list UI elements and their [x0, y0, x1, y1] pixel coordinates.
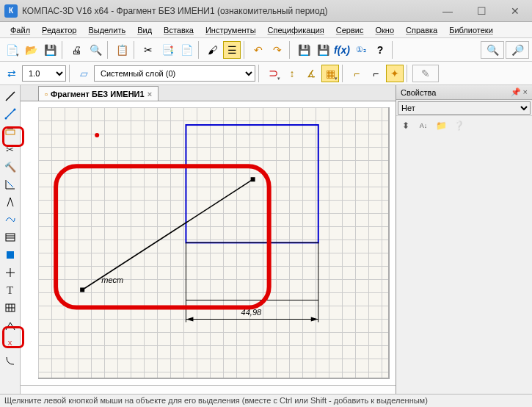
help-button[interactable]: ? [371, 41, 389, 59]
svg-point-29 [95, 133, 99, 137]
drawing-canvas[interactable]: 44,98 тест [21, 101, 396, 385]
line-tool[interactable] [2, 88, 18, 104]
num1-button[interactable]: ①₂ [352, 41, 370, 59]
copy-button[interactable]: 📑 [158, 41, 176, 59]
props-close-button[interactable]: × [523, 87, 528, 96]
menu-service[interactable]: Сервис [330, 24, 370, 36]
save-button[interactable]: 💾 [41, 41, 59, 59]
svg-line-20 [10, 323, 15, 330]
snap-magnet-button[interactable]: ⊃ [264, 65, 282, 82]
step-button[interactable]: ⌐ [367, 65, 385, 82]
new-button[interactable]: 📄 [3, 41, 21, 59]
props-az-icon[interactable]: A↓ [417, 119, 430, 132]
redo-button[interactable]: ↷ [269, 41, 286, 59]
menu-libs[interactable]: Библиотеки [443, 24, 499, 36]
zoom-in-button[interactable]: 🔍 [481, 41, 504, 59]
document-tab[interactable]: ▫ Фрагмент БЕЗ ИМЕНИ1 × [38, 86, 158, 101]
cut-button[interactable]: ✂ [139, 41, 157, 59]
props-info-icon[interactable]: ❔ [452, 119, 465, 132]
preview-button[interactable]: 🔍 [87, 41, 104, 59]
maximize-button[interactable]: ☐ [464, 0, 498, 22]
menu-editor[interactable]: Редактор [36, 24, 82, 36]
svg-rect-9 [6, 234, 15, 241]
snap-angle-button[interactable]: ∡ [302, 65, 320, 82]
menu-tools[interactable]: Инструменты [200, 24, 262, 36]
spline-tool[interactable] [2, 212, 18, 228]
minimize-button[interactable]: — [431, 0, 464, 22]
grid-tool[interactable] [2, 300, 18, 316]
scissors-tool[interactable]: ✂ [2, 141, 18, 157]
properties-button[interactable]: ☰ [223, 41, 241, 59]
save-disk1[interactable]: 💾 [295, 41, 313, 59]
print-button[interactable]: 🖨 [68, 41, 85, 59]
compass-tool[interactable] [2, 194, 18, 210]
svg-line-19 [6, 323, 10, 330]
table-tool[interactable] [2, 229, 18, 245]
props-sort-icon[interactable]: ⬍ [399, 119, 412, 132]
curve-tool[interactable] [2, 353, 18, 369]
snap-ortho-button[interactable]: ↕ [283, 65, 301, 82]
window-title: КОМПАС-3D V16 x64 - Фрагмент БЕЗ ИМЕНИ1 … [22, 6, 431, 16]
tab-close-button[interactable]: × [147, 90, 152, 98]
hammer-tool[interactable]: 🔨 [2, 159, 18, 175]
svg-rect-27 [80, 287, 84, 292]
svg-rect-21 [186, 125, 318, 242]
close-button[interactable]: ✕ [498, 0, 532, 22]
props-pin-button[interactable]: 📌 [511, 87, 521, 96]
layer-select[interactable]: Системный слой (0) [94, 65, 255, 82]
pen-button[interactable]: ✎ [412, 65, 439, 82]
move-tool[interactable] [2, 317, 18, 334]
svg-line-26 [82, 179, 252, 289]
point-tool[interactable] [2, 264, 18, 281]
doc-button[interactable]: 📋 [113, 41, 131, 59]
app-icon: К [4, 4, 18, 18]
tab-label: Фрагмент БЕЗ ИМЕНИ1 [51, 90, 145, 98]
undo-button[interactable]: ↶ [249, 41, 267, 59]
drawing-text: тест [101, 275, 123, 284]
menu-file[interactable]: Файл [4, 24, 36, 36]
zoom-out-button[interactable]: 🔎 [506, 41, 529, 59]
open-button[interactable]: 📂 [22, 41, 40, 59]
svg-line-8 [7, 181, 13, 187]
menu-view[interactable]: Вид [131, 24, 158, 36]
menu-select[interactable]: Выделить [82, 24, 131, 36]
menu-help[interactable]: Справка [400, 24, 443, 36]
dimension-tool[interactable] [2, 123, 18, 140]
paste-button[interactable]: 📄 [178, 41, 195, 59]
svg-rect-28 [251, 177, 255, 181]
menu-window[interactable]: Окно [369, 24, 400, 36]
brush-button[interactable]: 🖌 [204, 41, 222, 59]
save-disk2[interactable]: 💾 [314, 41, 332, 59]
svg-line-1 [6, 109, 15, 118]
svg-rect-4 [6, 130, 15, 134]
props-folder-icon[interactable]: 📁 [434, 119, 448, 132]
svg-point-3 [13, 109, 15, 111]
svg-point-2 [4, 118, 7, 120]
tab-doc-icon: ▫ [45, 90, 48, 98]
menu-insert[interactable]: Вставка [158, 24, 200, 36]
connector-tool[interactable] [2, 106, 18, 122]
props-filter-select[interactable]: Нет [398, 101, 531, 115]
svg-rect-22 [186, 242, 318, 300]
block-tool[interactable] [2, 247, 18, 263]
grid-button[interactable]: ▦ [321, 65, 339, 82]
cursor-coord[interactable]: X [2, 335, 18, 351]
status-text: Щелкните левой кнопкой мыши на объекте д… [4, 396, 428, 405]
ruler-tool[interactable] [2, 176, 18, 192]
coord-button[interactable]: ⌐ [348, 65, 365, 82]
svg-line-0 [6, 92, 15, 101]
text-tool[interactable]: T [2, 282, 18, 298]
linestyle-button[interactable]: ⇄ [3, 65, 21, 82]
svg-rect-12 [7, 251, 14, 259]
layers-icon[interactable]: ▱ [75, 65, 92, 82]
line-width-select[interactable]: 1.0 [22, 65, 66, 82]
props-title: Свойства [401, 88, 436, 97]
menu-spec[interactable]: Спецификация [262, 24, 330, 36]
fx-button[interactable]: f(x) [333, 41, 351, 59]
sparkle-button[interactable]: ✦ [386, 65, 404, 82]
